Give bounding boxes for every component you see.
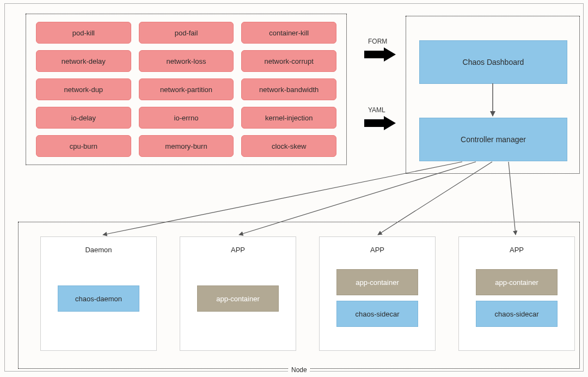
chaos-row: io-delay io-errno kernel-injection bbox=[36, 107, 336, 129]
chaos-row: network-dup network-partition network-ba… bbox=[36, 78, 336, 100]
chaos-chip: kernel-injection bbox=[241, 107, 336, 129]
container-app: app-container bbox=[476, 269, 558, 295]
chaos-row: cpu-burn memory-burn clock-skew bbox=[36, 135, 336, 157]
container-chaos-sidecar: chaos-sidecar bbox=[336, 301, 418, 327]
container-app: app-container bbox=[197, 285, 279, 312]
diagram-canvas: pod-kill pod-fail container-kill network… bbox=[4, 3, 584, 372]
pod-title: APP bbox=[370, 246, 384, 254]
chaos-chip: cpu-burn bbox=[36, 135, 131, 157]
chaos-chip: network-dup bbox=[36, 78, 131, 100]
chaos-row: network-delay network-loss network-corru… bbox=[36, 50, 336, 72]
chaos-dashboard-box: Chaos Dashboard bbox=[419, 40, 567, 84]
pod-app-2: APP app-container chaos-sidecar bbox=[319, 236, 436, 351]
container-chaos-daemon: chaos-daemon bbox=[58, 285, 139, 312]
chaos-chip: io-delay bbox=[36, 107, 131, 129]
pod-title: APP bbox=[231, 246, 245, 254]
chaos-chip: memory-burn bbox=[139, 135, 234, 157]
chaos-chip: network-partition bbox=[139, 78, 234, 100]
controller-manager-box: Controller manager bbox=[419, 118, 567, 161]
pod-title: APP bbox=[510, 246, 524, 254]
arrow-yaml-icon bbox=[364, 116, 397, 130]
container-chaos-sidecar: chaos-sidecar bbox=[476, 301, 558, 327]
chaos-chip: network-corrupt bbox=[241, 50, 336, 72]
chaos-chip: clock-skew bbox=[241, 135, 336, 157]
pod-app-3: APP app-container chaos-sidecar bbox=[458, 236, 575, 351]
chaos-chip: network-delay bbox=[36, 50, 131, 72]
control-panel: Chaos Dashboard Controller manager bbox=[406, 16, 580, 174]
chaos-chip: network-loss bbox=[139, 50, 234, 72]
chaos-chip: network-bandwidth bbox=[241, 78, 336, 100]
pod-daemon: Daemon chaos-daemon bbox=[40, 236, 157, 351]
container-app: app-container bbox=[336, 269, 418, 295]
chaos-row: pod-kill pod-fail container-kill bbox=[36, 22, 336, 44]
input-form-label: FORM bbox=[368, 38, 387, 45]
chaos-chip: container-kill bbox=[241, 22, 336, 44]
svg-marker-0 bbox=[364, 47, 396, 62]
chaos-chip: pod-kill bbox=[36, 22, 131, 44]
node-label: Node bbox=[288, 366, 310, 374]
pod-title: Daemon bbox=[85, 246, 112, 254]
pod-app-1: APP app-container bbox=[180, 236, 296, 351]
input-yaml-label: YAML bbox=[368, 106, 385, 114]
chaos-chip: io-errno bbox=[139, 107, 234, 129]
arrow-form-icon bbox=[364, 47, 397, 62]
svg-marker-1 bbox=[364, 116, 396, 130]
chaos-chip: pod-fail bbox=[139, 22, 234, 44]
chaos-types-panel: pod-kill pod-fail container-kill network… bbox=[26, 14, 347, 165]
node-panel: Daemon chaos-daemon APP app-container AP… bbox=[18, 222, 580, 369]
